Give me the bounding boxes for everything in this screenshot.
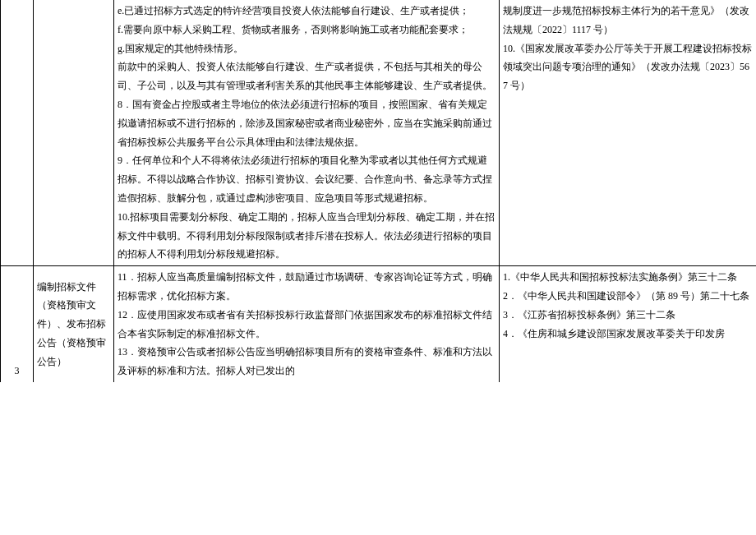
- row-title: 编制招标文件（资格预审文件）、发布招标公告（资格预审公告）: [34, 266, 114, 382]
- row-title: [34, 0, 114, 266]
- row-number: 3: [1, 266, 34, 382]
- table-row: e.已通过招标方式选定的特许经营项目投资人依法能够自行建设、生产或者提供； f.…: [1, 0, 757, 266]
- table-row: 3 编制招标文件（资格预审文件）、发布招标公告（资格预审公告） 11．招标人应当…: [1, 266, 757, 382]
- row-content: e.已通过招标方式选定的特许经营项目投资人依法能够自行建设、生产或者提供； f.…: [114, 0, 500, 266]
- row-content: 11．招标人应当高质量编制招标文件，鼓励通过市场调研、专家咨询论证等方式，明确招…: [114, 266, 500, 382]
- row-reference: 规制度进一步规范招标投标主体行为的若干意见》（发改法规规〔2022〕1117 号…: [500, 0, 757, 266]
- regulation-table: e.已通过招标方式选定的特许经营项目投资人依法能够自行建设、生产或者提供； f.…: [0, 0, 756, 382]
- row-reference: 1.《中华人民共和国招标投标法实施条例》第三十二条 2．《中华人民共和国建设部令…: [500, 266, 757, 382]
- row-number: [1, 0, 34, 266]
